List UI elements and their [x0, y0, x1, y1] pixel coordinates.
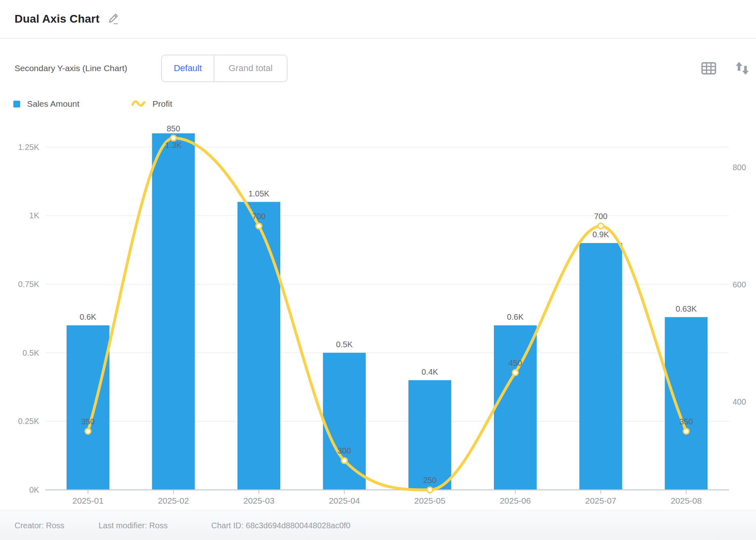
line-value-label: 700 [594, 212, 607, 221]
line-point-2025-05[interactable] [427, 487, 433, 493]
bar-2025-01[interactable] [67, 325, 109, 489]
line-point-2025-06[interactable] [512, 370, 518, 375]
x-axis-label: 2025-07 [585, 496, 616, 505]
line-point-2025-03[interactable] [256, 223, 262, 229]
left-axis-tick-label: 1.25K [18, 143, 40, 152]
x-axis-label: 2025-02 [158, 496, 189, 505]
swap-sort-icon[interactable] [734, 61, 750, 76]
left-axis-tick-label: 0.75K [18, 280, 40, 289]
line-point-2025-07[interactable] [598, 223, 604, 229]
line-value-label: 850 [167, 124, 180, 133]
bar-value-label: 0.63K [676, 304, 697, 313]
line-point-2025-08[interactable] [683, 428, 689, 434]
bar-value-label: 1.3K [165, 141, 182, 150]
x-axis-label: 2025-05 [414, 496, 445, 505]
chart-footer: Creator: Ross Last modifier: Ross Chart … [0, 510, 756, 540]
x-axis-label: 2025-08 [671, 496, 702, 505]
bar-value-label: 0.4K [422, 367, 439, 376]
bar-2025-03[interactable] [237, 202, 280, 489]
page-title: Dual Axis Chart [15, 13, 99, 25]
edit-pencil-icon[interactable] [106, 12, 120, 26]
secondary-axis-segmented-control: Default Grand total [161, 55, 288, 82]
bar-2025-02[interactable] [152, 133, 195, 489]
legend-label: Profit [153, 99, 172, 109]
line-point-2025-01[interactable] [85, 428, 91, 434]
line-wave-icon [131, 99, 146, 109]
segment-default[interactable]: Default [162, 55, 214, 81]
table-view-icon[interactable] [701, 61, 716, 75]
last-modifier-text: Last modifier: Ross [99, 521, 168, 530]
bar-value-label: 0.6K [80, 312, 97, 321]
left-axis-tick-label: 0.25K [18, 417, 40, 426]
line-value-label: 300 [338, 446, 351, 455]
toolbar-icons [701, 55, 750, 82]
bar-swatch-icon [13, 101, 20, 108]
bar-2025-08[interactable] [665, 317, 708, 489]
chart-id-text: Chart ID: 68c3d694d8800448028ac0f0 [211, 521, 351, 530]
bar-value-label: 0.9K [592, 230, 609, 239]
left-axis-tick-label: 0K [29, 485, 40, 494]
line-point-2025-04[interactable] [342, 458, 347, 463]
x-axis-label: 2025-03 [244, 496, 275, 505]
right-axis-tick-label: 600 [733, 280, 746, 289]
line-value-label: 450 [508, 359, 522, 367]
bar-2025-04[interactable] [323, 353, 366, 489]
right-axis-tick-label: 400 [733, 397, 746, 406]
line-point-2025-02[interactable] [170, 135, 176, 141]
legend-item-sales-amount[interactable]: Sales Amount [13, 99, 80, 109]
creator-text: Creator: Ross [15, 521, 64, 530]
chart-legend: Sales Amount Profit [13, 97, 172, 111]
left-axis-tick-label: 0.5K [23, 348, 40, 357]
bar-2025-05[interactable] [408, 380, 451, 489]
line-value-label: 350 [680, 417, 693, 426]
bar-value-label: 0.5K [336, 340, 353, 349]
line-value-label: 350 [81, 417, 94, 426]
right-axis-tick-label: 800 [733, 163, 746, 172]
legend-label: Sales Amount [27, 99, 80, 109]
bar-value-label: 0.6K [507, 312, 524, 321]
x-axis-label: 2025-06 [500, 496, 531, 505]
bar-2025-06[interactable] [494, 325, 537, 489]
line-value-label: 700 [252, 212, 265, 221]
legend-item-profit[interactable]: Profit [131, 99, 172, 109]
segment-grand-total[interactable]: Grand total [214, 55, 287, 81]
chart-header: Dual Axis Chart [0, 0, 756, 39]
line-value-label: 250 [423, 476, 437, 485]
secondary-axis-label: Secondary Y-axis (Line Chart) [15, 55, 127, 82]
bar-value-label: 1.05K [248, 189, 270, 198]
x-axis-label: 2025-01 [72, 496, 103, 505]
x-axis-label: 2025-04 [329, 496, 360, 505]
bar-2025-07[interactable] [580, 243, 622, 489]
left-axis-tick-label: 1K [29, 211, 40, 220]
